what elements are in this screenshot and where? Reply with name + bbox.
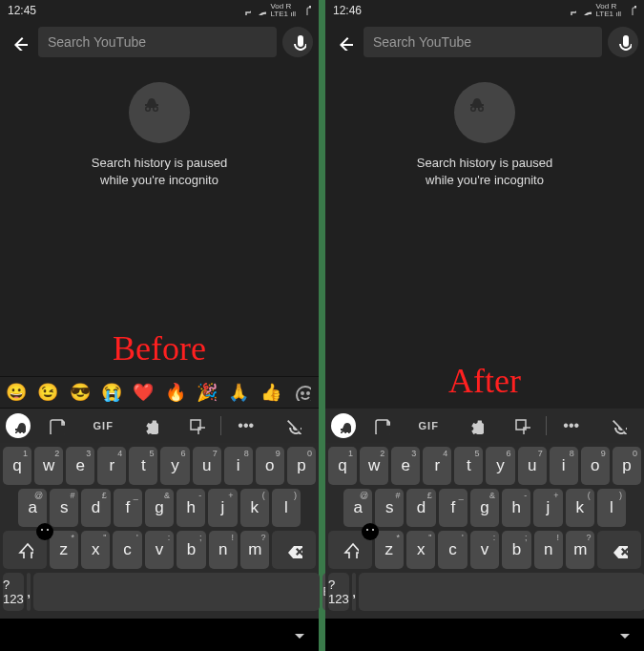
search-row: Search YouTube xyxy=(325,21,644,63)
key-i[interactable]: i8 xyxy=(224,447,253,485)
overlay-label: After xyxy=(325,361,644,401)
key-q[interactable]: q1 xyxy=(328,447,357,485)
incognito-icon xyxy=(129,82,190,143)
key-p[interactable]: p0 xyxy=(287,447,316,485)
status-icons: Vod RLTE1 ıll xyxy=(565,3,636,18)
key-i[interactable]: i8 xyxy=(550,447,578,485)
keyboard: q1w2e3r4t5y6u7i8o9p0a@s#d£f_g&h-j+k(l)z*… xyxy=(325,443,644,619)
keyboard: q1w2e3r4t5y6u7i8o9p0a@s#d£f_g&h-j+k(l)z*… xyxy=(0,443,319,619)
emoji-suggestion[interactable]: 🎉 xyxy=(197,382,218,403)
emoji-key[interactable] xyxy=(33,573,320,611)
phone-before: 12:45 Vod RLTE1 ıll Search YouTube Searc… xyxy=(0,0,319,651)
emoji-suggestion-row: 😀😉😎😭❤️🔥🎉🙏👍 xyxy=(0,376,319,409)
incognito-icon xyxy=(454,82,515,143)
emoji-suggestion[interactable]: 👍 xyxy=(260,382,281,403)
key-t[interactable]: t5 xyxy=(129,447,157,485)
back-button[interactable] xyxy=(331,29,358,55)
content-area: Search history is pausedwhile you're inc… xyxy=(325,63,644,409)
comma-key[interactable]: , xyxy=(27,573,31,611)
mic-off-icon[interactable] xyxy=(270,417,315,434)
sticker-icon[interactable] xyxy=(360,417,405,434)
search-row: Search YouTube xyxy=(0,21,319,63)
status-icons: Vod RLTE1 ıll xyxy=(239,3,311,18)
more-icon[interactable]: ••• xyxy=(223,417,268,434)
incognito-message: Search history is pausedwhile you're inc… xyxy=(92,155,227,188)
key-w[interactable]: w2 xyxy=(34,447,63,485)
keyboard-toolbar: GIF ••• xyxy=(0,409,319,443)
mute-icon xyxy=(565,4,576,17)
gif-button[interactable]: GIF xyxy=(81,420,126,431)
search-input[interactable]: Search YouTube xyxy=(364,27,602,57)
key-p[interactable]: p0 xyxy=(613,447,641,485)
emoji-suggestion[interactable]: 🙏 xyxy=(228,382,249,403)
key-y[interactable]: y6 xyxy=(486,447,514,485)
key-u[interactable]: u7 xyxy=(193,447,221,485)
translate-icon[interactable] xyxy=(499,417,544,434)
translate-icon[interactable] xyxy=(174,417,218,434)
battery-icon xyxy=(300,4,311,17)
wifi-icon xyxy=(580,4,592,17)
comma-key[interactable]: , xyxy=(352,573,357,611)
keyboard-toolbar: GIF ••• xyxy=(325,409,644,443)
gif-button[interactable]: GIF xyxy=(406,420,451,431)
carrier-label: Vod RLTE1 ıll xyxy=(595,3,621,18)
status-bar: 12:46 Vod RLTE1 ıll xyxy=(325,0,644,21)
symbols-key[interactable]: ?123 xyxy=(3,573,24,611)
symbols-key[interactable]: ?123 xyxy=(328,573,349,611)
comparison-container: 12:45 Vod RLTE1 ıll Search YouTube Searc… xyxy=(0,0,644,651)
key-o[interactable]: o9 xyxy=(256,447,284,485)
key-t[interactable]: t5 xyxy=(454,447,483,485)
key-u[interactable]: u7 xyxy=(518,447,547,485)
keyboard-switch-icon[interactable] xyxy=(339,624,356,645)
settings-icon[interactable] xyxy=(453,417,498,434)
key-r[interactable]: r4 xyxy=(423,447,451,485)
status-time: 12:45 xyxy=(8,4,36,17)
key-e[interactable]: e3 xyxy=(66,447,94,485)
incognito-chip[interactable] xyxy=(329,413,358,438)
key-r[interactable]: r4 xyxy=(97,447,126,485)
content-area: Search history is pausedwhile you're inc… xyxy=(0,63,319,376)
emoji-key[interactable] xyxy=(359,573,644,611)
emoji-suggestion[interactable]: 😉 xyxy=(37,382,58,403)
carrier-label: Vod RLTE1 ıll xyxy=(270,3,296,18)
sticker-icon[interactable] xyxy=(34,417,79,434)
emoji-suggestion[interactable]: 😎 xyxy=(70,382,91,403)
mic-off-icon[interactable] xyxy=(595,417,640,434)
overlay-label: Before xyxy=(0,328,319,368)
emoji-picker-icon[interactable] xyxy=(292,382,313,403)
voice-search-button[interactable] xyxy=(608,27,638,57)
emoji-suggestion[interactable]: 😭 xyxy=(101,382,122,403)
emoji-suggestion[interactable]: 🔥 xyxy=(165,382,186,403)
voice-search-button[interactable] xyxy=(282,27,313,57)
more-icon[interactable]: ••• xyxy=(549,417,593,434)
mute-icon xyxy=(239,4,251,17)
status-bar: 12:45 Vod RLTE1 ıll xyxy=(0,0,319,21)
key-q[interactable]: q1 xyxy=(3,447,31,485)
back-button[interactable] xyxy=(6,29,32,55)
keyboard-switch-icon[interactable] xyxy=(13,624,31,645)
status-time: 12:46 xyxy=(333,4,362,17)
incognito-message: Search history is pausedwhile you're inc… xyxy=(417,155,552,188)
incognito-chip[interactable] xyxy=(4,413,32,438)
search-input[interactable]: Search YouTube xyxy=(38,27,277,57)
key-e[interactable]: e3 xyxy=(391,447,420,485)
wifi-icon xyxy=(255,4,266,17)
emoji-suggestion[interactable]: ❤️ xyxy=(133,382,154,403)
toolbar-separator xyxy=(546,416,547,435)
battery-icon xyxy=(625,4,636,17)
key-y[interactable]: y6 xyxy=(160,447,189,485)
key-w[interactable]: w2 xyxy=(360,447,388,485)
phone-after: 12:46 Vod RLTE1 ıll Search YouTube Searc… xyxy=(325,0,644,651)
toolbar-separator xyxy=(220,416,221,435)
settings-icon[interactable] xyxy=(128,417,173,434)
emoji-suggestion[interactable]: 😀 xyxy=(6,382,27,403)
key-o[interactable]: o9 xyxy=(581,447,610,485)
